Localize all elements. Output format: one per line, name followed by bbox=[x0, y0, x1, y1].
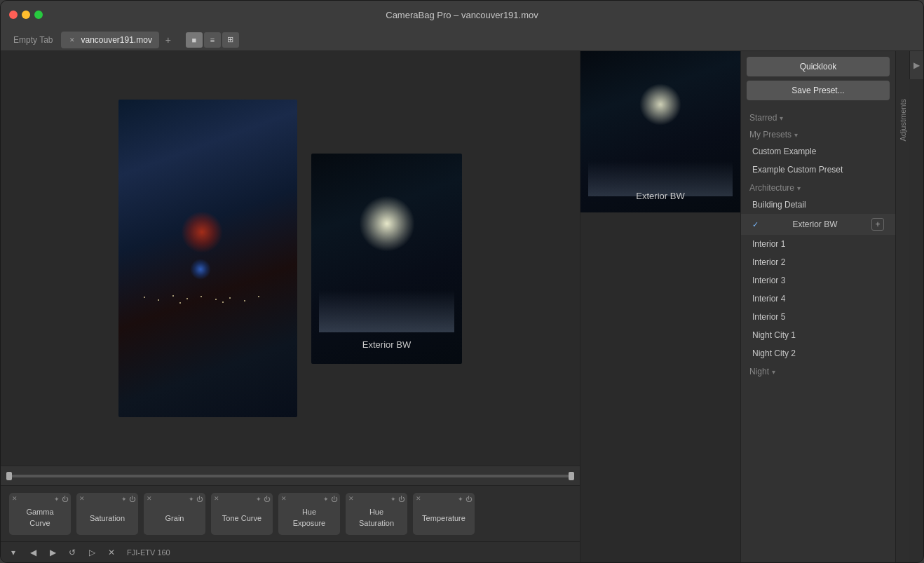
presets-header-buttons: Quicklook Save Preset... bbox=[741, 51, 895, 106]
media-preview: Exterior BW bbox=[104, 86, 476, 431]
effect-icons-3: ✦ ⏻ bbox=[189, 496, 203, 503]
preset-custom-example-label: Custom Example bbox=[752, 147, 816, 156]
preset-interior-5-label: Interior 5 bbox=[752, 312, 785, 322]
preset-night-city-2[interactable]: Night City 2 bbox=[741, 344, 895, 362]
effect-temp-label: Temperature bbox=[422, 514, 466, 522]
preset-interior-5[interactable]: Interior 5 bbox=[741, 308, 895, 326]
next-button[interactable]: ▶ bbox=[46, 545, 60, 559]
effect-icons-6: ✦ ⏻ bbox=[390, 496, 405, 503]
effect-power-icon[interactable]: ⏻ bbox=[62, 496, 68, 503]
effect-card-top-5: ✕ ✦ ⏻ bbox=[281, 496, 337, 503]
section-night-arrow: ▾ bbox=[772, 368, 775, 376]
section-architecture-label: Architecture bbox=[749, 183, 794, 193]
minimize-button[interactable] bbox=[22, 11, 30, 19]
effect-star7-icon[interactable]: ✦ bbox=[458, 496, 463, 503]
tab-close-icon[interactable]: ✕ bbox=[68, 36, 76, 44]
view-list-button[interactable]: ≡ bbox=[204, 32, 221, 48]
section-my-presets[interactable]: My Presets ▾ bbox=[741, 126, 895, 142]
firework-red bbox=[181, 211, 223, 253]
effect-star3-icon[interactable]: ✦ bbox=[189, 496, 194, 503]
preset-interior-1[interactable]: Interior 1 bbox=[741, 235, 895, 253]
effect-hue-sat-label: HueSaturation bbox=[359, 507, 394, 529]
loop-button[interactable]: ↺ bbox=[65, 545, 79, 559]
effect-star5-icon[interactable]: ✦ bbox=[323, 496, 329, 503]
effect-close-sat-icon[interactable]: ✕ bbox=[79, 496, 85, 502]
section-night[interactable]: Night ▾ bbox=[741, 362, 895, 379]
effect-tone-label: Tone Curve bbox=[222, 514, 261, 522]
effect-temperature[interactable]: ✕ ✦ ⏻ Temperature bbox=[413, 493, 475, 535]
preset-exterior-bw[interactable]: ✓ Exterior BW + bbox=[741, 214, 895, 235]
effect-grain[interactable]: ✕ ✦ ⏻ Grain bbox=[144, 493, 205, 535]
adjustments-tab[interactable]: Adjustments bbox=[897, 93, 909, 147]
section-architecture-arrow: ▾ bbox=[797, 184, 801, 192]
section-starred[interactable]: Starred ▾ bbox=[741, 109, 895, 126]
timeline-handle-right[interactable] bbox=[569, 472, 574, 480]
timeline[interactable] bbox=[1, 466, 580, 485]
timeline-bar[interactable] bbox=[6, 475, 574, 477]
effect-hue-saturation[interactable]: ✕ ✦ ⏻ HueSaturation bbox=[346, 493, 407, 535]
new-tab-button[interactable]: + bbox=[161, 32, 176, 48]
preset-night-city-2-label: Night City 2 bbox=[752, 348, 796, 358]
preset-night-city-1[interactable]: Night City 1 bbox=[741, 326, 895, 344]
effect-grain-label: Grain bbox=[165, 514, 184, 522]
effect-saturation[interactable]: ✕ ✦ ⏻ Saturation bbox=[76, 493, 138, 535]
effect-saturation-label: Saturation bbox=[90, 514, 125, 522]
window-title: CameraBag Pro – vancouver191.mov bbox=[386, 10, 538, 20]
preset-example-custom[interactable]: Example Custom Preset bbox=[741, 161, 895, 179]
preset-building-detail[interactable]: Building Detail bbox=[741, 196, 895, 214]
quicklook-button[interactable]: Quicklook bbox=[747, 57, 890, 76]
effect-star-icon[interactable]: ✦ bbox=[54, 496, 60, 503]
effect-hue-exposure[interactable]: ✕ ✦ ⏻ HueExposure bbox=[278, 493, 340, 535]
view-grid-button[interactable]: ⊞ bbox=[222, 32, 239, 48]
center-area: Exterior BW ✕ ✦ ⏻ bbox=[1, 51, 580, 562]
stop-button[interactable]: ✕ bbox=[104, 545, 118, 559]
preset-interior-3[interactable]: Interior 3 bbox=[741, 271, 895, 290]
effect-power5-icon[interactable]: ⏻ bbox=[331, 496, 337, 503]
tab-vancouver[interactable]: ✕ vancouver191.mov bbox=[61, 32, 158, 48]
effect-close-grain-icon[interactable]: ✕ bbox=[147, 496, 152, 502]
presets-list: Starred ▾ My Presets ▾ Custom Example Ex… bbox=[741, 106, 895, 562]
effect-star6-icon[interactable]: ✦ bbox=[390, 496, 396, 503]
dropdown-button[interactable]: ▾ bbox=[6, 545, 20, 559]
thumb-glow bbox=[639, 83, 681, 126]
effect-power7-icon[interactable]: ⏻ bbox=[466, 496, 472, 503]
save-preset-button[interactable]: Save Preset... bbox=[747, 81, 890, 100]
effect-close-huesat-icon[interactable]: ✕ bbox=[348, 496, 354, 502]
preset-add-button[interactable]: + bbox=[871, 218, 884, 231]
effect-close-hueexp-icon[interactable]: ✕ bbox=[281, 496, 287, 502]
collapse-panel-button[interactable]: ▶ bbox=[909, 51, 923, 79]
effect-star2-icon[interactable]: ✦ bbox=[121, 496, 127, 503]
effect-power4-icon[interactable]: ⏻ bbox=[264, 496, 270, 503]
maximize-button[interactable] bbox=[34, 11, 43, 19]
prev-button[interactable]: ◀ bbox=[26, 545, 40, 559]
preview-video-frame: Exterior BW bbox=[311, 154, 462, 364]
preset-interior-3-label: Interior 3 bbox=[752, 276, 785, 285]
timeline-handle-left[interactable] bbox=[6, 472, 12, 480]
effect-close-temp-icon[interactable]: ✕ bbox=[416, 496, 421, 502]
preset-interior-4[interactable]: Interior 4 bbox=[741, 290, 895, 308]
effect-close-icon[interactable]: ✕ bbox=[12, 496, 18, 502]
preset-name-label: FJI-ETV 160 bbox=[127, 548, 170, 557]
effect-hue-exp-label: HueExposure bbox=[293, 507, 325, 529]
view-single-button[interactable]: ■ bbox=[186, 32, 203, 48]
tab-empty[interactable]: Empty Tab bbox=[6, 32, 60, 48]
effect-star4-icon[interactable]: ✦ bbox=[256, 496, 261, 503]
presets-panel: Quicklook Save Preset... Starred ▾ My Pr… bbox=[741, 51, 895, 562]
canvas-area: Exterior BW bbox=[1, 51, 580, 466]
section-architecture[interactable]: Architecture ▾ bbox=[741, 179, 895, 196]
effect-power6-icon[interactable]: ⏻ bbox=[398, 496, 405, 503]
effect-power3-icon[interactable]: ⏻ bbox=[196, 496, 203, 503]
close-button[interactable] bbox=[9, 11, 18, 19]
effect-power2-icon[interactable]: ⏻ bbox=[129, 496, 135, 503]
preset-custom-example[interactable]: Custom Example bbox=[741, 142, 895, 161]
preset-interior-1-label: Interior 1 bbox=[752, 239, 785, 249]
effect-gamma-curve[interactable]: ✕ ✦ ⏻ GammaCurve bbox=[9, 493, 71, 535]
effect-close-tone-icon[interactable]: ✕ bbox=[214, 496, 219, 502]
effect-icons-2: ✦ ⏻ bbox=[121, 496, 135, 503]
preset-interior-2[interactable]: Interior 2 bbox=[741, 253, 895, 271]
effect-card-top-2: ✕ ✦ ⏻ bbox=[79, 496, 135, 503]
play-button[interactable]: ▷ bbox=[85, 545, 99, 559]
effect-card-top: ✕ ✦ ⏻ bbox=[12, 496, 68, 503]
effect-gamma-label: GammaCurve bbox=[26, 507, 53, 529]
effect-tone-curve[interactable]: ✕ ✦ ⏻ Tone Curve bbox=[211, 493, 273, 535]
